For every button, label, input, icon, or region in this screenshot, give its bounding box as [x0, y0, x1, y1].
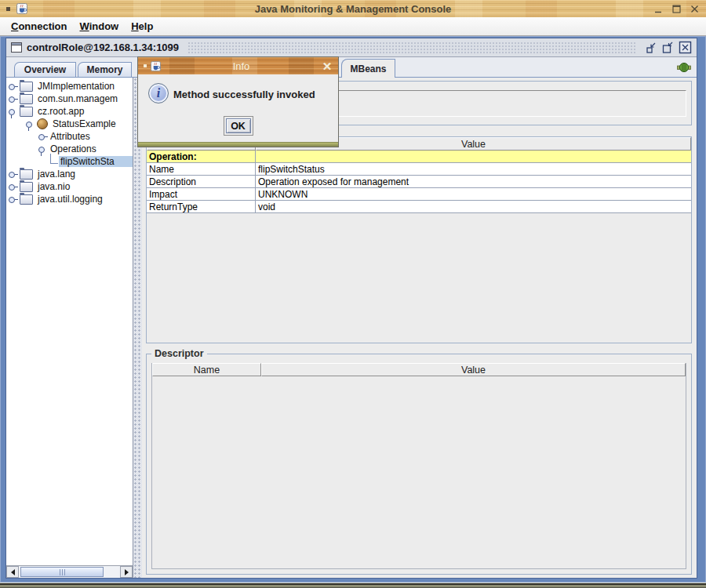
mbean-tree: JMImplementation com.sun.managem cz.root… — [6, 78, 133, 565]
frame-close-button[interactable] — [679, 41, 692, 54]
expand-handle-icon[interactable] — [8, 194, 18, 205]
dialog-menu-dot — [144, 64, 147, 67]
desktop-pane: controlRole@192.168.1.34:1099 — [0, 36, 706, 583]
scrollbar-thumb[interactable] — [20, 567, 104, 577]
minimize-button[interactable] — [653, 3, 664, 14]
tree-item-cz-root-app[interactable]: cz.root.app — [6, 105, 133, 118]
table-row-returntype[interactable]: ReturnType void — [147, 201, 691, 213]
table-row-description[interactable]: Description Operation exposed for manage… — [147, 176, 691, 188]
dialog-title: Info — [165, 60, 318, 72]
dialog-titlebar: Info ✕ — [138, 57, 338, 74]
scrollbar-track[interactable] — [19, 566, 120, 578]
split-pane-divider[interactable] — [133, 78, 142, 578]
expand-handle-icon[interactable] — [8, 169, 18, 180]
expand-handle-icon[interactable] — [38, 132, 48, 142]
descriptor-header-row: Name Value — [152, 363, 686, 376]
dialog-close-icon[interactable]: ✕ — [322, 60, 333, 72]
frame-titlebar: controlRole@192.168.1.34:1099 — [6, 38, 697, 57]
frame-maximize-button[interactable] — [661, 41, 674, 54]
mbeans-split-view: JMImplementation com.sun.managem cz.root… — [6, 78, 697, 578]
tree-item-java-nio[interactable]: java.nio — [6, 180, 133, 193]
folder-icon — [20, 194, 33, 205]
tab-bar: Overview Memory MBeans — [6, 57, 697, 78]
tree-item-java-util-logging[interactable]: java.util.logging — [6, 193, 133, 205]
menu-help[interactable]: Help — [125, 19, 159, 34]
expand-handle-icon[interactable] — [8, 182, 18, 192]
descriptor-empty-area — [152, 376, 686, 568]
scroll-left-button[interactable] — [6, 566, 19, 578]
ok-button-focus-ring: OK — [224, 116, 253, 136]
info-icon — [148, 83, 169, 103]
table-empty-area — [147, 213, 691, 343]
jconsole-window: Java Monitoring & Management Console Con… — [0, 0, 706, 588]
tab-overview[interactable]: Overview — [14, 62, 76, 77]
descriptor-header-name[interactable]: Name — [152, 363, 261, 376]
table-row-operation[interactable]: Operation: — [147, 151, 691, 163]
tree-item-operations[interactable]: Operations — [6, 143, 133, 155]
dialog-bottom-border — [138, 142, 338, 147]
dialog-body: Method successfully invoked OK — [138, 74, 338, 142]
folder-icon — [20, 169, 33, 180]
window-titlebar: Java Monitoring & Management Console — [0, 0, 706, 17]
operation-info-table: Name Value Operation: Name flipSwitchSta… — [146, 136, 692, 343]
window-bottom-border — [0, 583, 706, 588]
tree-connector-line — [50, 154, 58, 164]
ok-button[interactable]: OK — [226, 118, 251, 133]
frame-titlebar-texture — [187, 42, 637, 53]
menu-window[interactable]: Window — [74, 19, 126, 34]
tab-mbeans[interactable]: MBeans — [341, 59, 395, 78]
collapse-handle-icon[interactable] — [8, 107, 18, 117]
table-row-name[interactable]: Name flipSwitchStatus — [147, 163, 691, 176]
frame-minimize-button[interactable] — [646, 41, 657, 54]
left-arrow-icon — [8, 569, 15, 575]
table-row-impact[interactable]: Impact UNKNOWN — [147, 188, 691, 201]
right-arrow-icon — [125, 569, 132, 575]
java-dialog-icon — [151, 61, 161, 71]
expand-handle-icon[interactable] — [8, 94, 18, 104]
menu-connection[interactable]: Connection — [5, 19, 74, 34]
descriptor-title: Descriptor — [151, 348, 207, 359]
descriptor-header-value[interactable]: Value — [261, 363, 686, 376]
collapse-handle-icon[interactable] — [25, 119, 35, 129]
tree-horizontal-scrollbar[interactable] — [6, 565, 133, 578]
tree-item-jmimplementation[interactable]: JMImplementation — [6, 80, 133, 93]
mbean-tree-pane: JMImplementation com.sun.managem cz.root… — [6, 78, 133, 578]
info-dialog: Info ✕ Method successfully invoked OK — [138, 57, 338, 147]
collapse-handle-icon[interactable] — [38, 144, 48, 154]
tree-item-com-sun-management[interactable]: com.sun.managem — [6, 93, 133, 105]
connection-status-icon — [677, 61, 691, 74]
folder-icon — [20, 182, 33, 192]
frame-title: controlRole@192.168.1.34:1099 — [27, 42, 179, 53]
scroll-right-button[interactable] — [120, 566, 133, 578]
descriptor-table: Name Value — [151, 363, 686, 569]
descriptor-panel: Descriptor Name Value — [146, 354, 692, 575]
dialog-message: Method successfully invoked — [173, 89, 315, 100]
close-button[interactable] — [689, 3, 700, 14]
tree-item-java-lang[interactable]: java.lang — [6, 168, 133, 180]
tree-item-statusexample[interactable]: StatusExample — [6, 118, 133, 130]
tree-item-flipswitchstatus[interactable]: flipSwitchSta — [6, 155, 133, 168]
connection-frame: controlRole@192.168.1.34:1099 — [6, 38, 697, 578]
window-title: Java Monitoring & Management Console — [0, 3, 706, 15]
expand-handle-icon[interactable] — [8, 82, 18, 92]
tree-item-attributes[interactable]: Attributes — [6, 130, 133, 143]
mbean-icon — [37, 118, 48, 129]
menu-bar: Connection Window Help — [0, 17, 706, 36]
folder-icon — [20, 94, 33, 104]
folder-icon — [20, 82, 33, 92]
operation-details-pane: Name Value Operation: Name flipSwitchSta… — [142, 78, 697, 578]
tab-memory[interactable]: Memory — [78, 62, 132, 77]
maximize-button[interactable] — [671, 3, 682, 14]
frame-icon — [11, 42, 22, 53]
folder-icon — [20, 107, 33, 117]
